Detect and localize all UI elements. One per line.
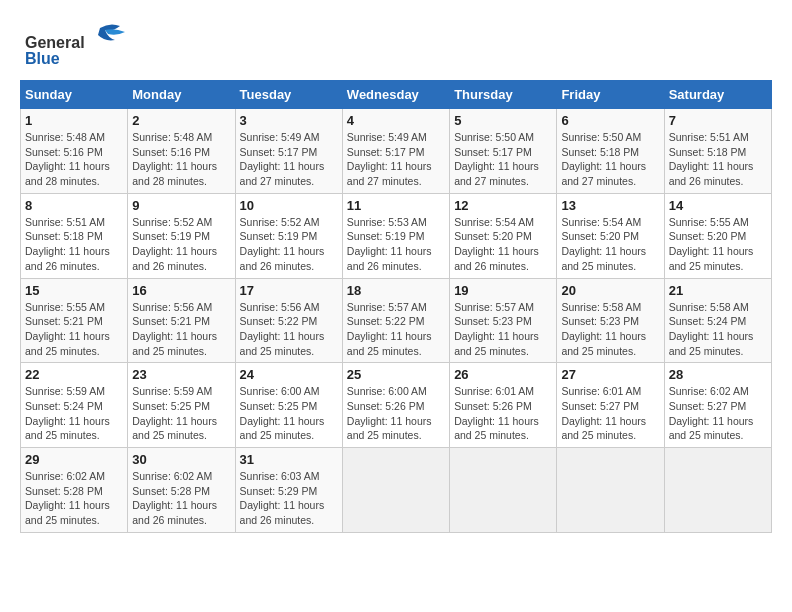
day-number: 16 bbox=[132, 283, 230, 298]
day-info: Sunrise: 5:58 AM Sunset: 5:24 PM Dayligh… bbox=[669, 300, 767, 359]
day-number: 10 bbox=[240, 198, 338, 213]
logo-svg: General Blue bbox=[20, 20, 130, 70]
day-number: 2 bbox=[132, 113, 230, 128]
day-info: Sunrise: 6:01 AM Sunset: 5:27 PM Dayligh… bbox=[561, 384, 659, 443]
logo: General Blue bbox=[20, 20, 130, 70]
calendar-day-cell: 25Sunrise: 6:00 AM Sunset: 5:26 PM Dayli… bbox=[342, 363, 449, 448]
day-number: 19 bbox=[454, 283, 552, 298]
day-info: Sunrise: 5:51 AM Sunset: 5:18 PM Dayligh… bbox=[25, 215, 123, 274]
day-number: 15 bbox=[25, 283, 123, 298]
day-info: Sunrise: 6:01 AM Sunset: 5:26 PM Dayligh… bbox=[454, 384, 552, 443]
calendar-day-cell: 23Sunrise: 5:59 AM Sunset: 5:25 PM Dayli… bbox=[128, 363, 235, 448]
day-info: Sunrise: 5:53 AM Sunset: 5:19 PM Dayligh… bbox=[347, 215, 445, 274]
day-info: Sunrise: 5:50 AM Sunset: 5:18 PM Dayligh… bbox=[561, 130, 659, 189]
day-info: Sunrise: 5:58 AM Sunset: 5:23 PM Dayligh… bbox=[561, 300, 659, 359]
calendar-day-cell: 1Sunrise: 5:48 AM Sunset: 5:16 PM Daylig… bbox=[21, 109, 128, 194]
page-header: General Blue bbox=[20, 20, 772, 70]
day-number: 4 bbox=[347, 113, 445, 128]
day-number: 5 bbox=[454, 113, 552, 128]
day-info: Sunrise: 6:02 AM Sunset: 5:28 PM Dayligh… bbox=[132, 469, 230, 528]
day-info: Sunrise: 5:51 AM Sunset: 5:18 PM Dayligh… bbox=[669, 130, 767, 189]
day-number: 24 bbox=[240, 367, 338, 382]
weekday-header-saturday: Saturday bbox=[664, 81, 771, 109]
day-info: Sunrise: 5:48 AM Sunset: 5:16 PM Dayligh… bbox=[25, 130, 123, 189]
calendar-week-row: 15Sunrise: 5:55 AM Sunset: 5:21 PM Dayli… bbox=[21, 278, 772, 363]
calendar-day-cell: 10Sunrise: 5:52 AM Sunset: 5:19 PM Dayli… bbox=[235, 193, 342, 278]
day-info: Sunrise: 5:52 AM Sunset: 5:19 PM Dayligh… bbox=[240, 215, 338, 274]
calendar-day-cell: 31Sunrise: 6:03 AM Sunset: 5:29 PM Dayli… bbox=[235, 448, 342, 533]
calendar-week-row: 8Sunrise: 5:51 AM Sunset: 5:18 PM Daylig… bbox=[21, 193, 772, 278]
day-number: 3 bbox=[240, 113, 338, 128]
calendar-day-cell: 18Sunrise: 5:57 AM Sunset: 5:22 PM Dayli… bbox=[342, 278, 449, 363]
day-info: Sunrise: 5:59 AM Sunset: 5:24 PM Dayligh… bbox=[25, 384, 123, 443]
calendar-day-cell: 12Sunrise: 5:54 AM Sunset: 5:20 PM Dayli… bbox=[450, 193, 557, 278]
calendar-day-cell: 24Sunrise: 6:00 AM Sunset: 5:25 PM Dayli… bbox=[235, 363, 342, 448]
day-number: 8 bbox=[25, 198, 123, 213]
day-info: Sunrise: 5:49 AM Sunset: 5:17 PM Dayligh… bbox=[240, 130, 338, 189]
day-number: 12 bbox=[454, 198, 552, 213]
day-info: Sunrise: 5:56 AM Sunset: 5:22 PM Dayligh… bbox=[240, 300, 338, 359]
day-info: Sunrise: 5:52 AM Sunset: 5:19 PM Dayligh… bbox=[132, 215, 230, 274]
day-number: 25 bbox=[347, 367, 445, 382]
calendar-day-cell: 9Sunrise: 5:52 AM Sunset: 5:19 PM Daylig… bbox=[128, 193, 235, 278]
weekday-header-friday: Friday bbox=[557, 81, 664, 109]
day-info: Sunrise: 5:50 AM Sunset: 5:17 PM Dayligh… bbox=[454, 130, 552, 189]
day-number: 1 bbox=[25, 113, 123, 128]
day-info: Sunrise: 6:02 AM Sunset: 5:28 PM Dayligh… bbox=[25, 469, 123, 528]
weekday-header-tuesday: Tuesday bbox=[235, 81, 342, 109]
day-number: 20 bbox=[561, 283, 659, 298]
calendar-day-cell: 30Sunrise: 6:02 AM Sunset: 5:28 PM Dayli… bbox=[128, 448, 235, 533]
day-info: Sunrise: 5:56 AM Sunset: 5:21 PM Dayligh… bbox=[132, 300, 230, 359]
day-number: 14 bbox=[669, 198, 767, 213]
calendar-day-cell: 5Sunrise: 5:50 AM Sunset: 5:17 PM Daylig… bbox=[450, 109, 557, 194]
calendar-day-cell bbox=[557, 448, 664, 533]
day-info: Sunrise: 6:03 AM Sunset: 5:29 PM Dayligh… bbox=[240, 469, 338, 528]
day-number: 6 bbox=[561, 113, 659, 128]
calendar-day-cell: 22Sunrise: 5:59 AM Sunset: 5:24 PM Dayli… bbox=[21, 363, 128, 448]
calendar-day-cell: 21Sunrise: 5:58 AM Sunset: 5:24 PM Dayli… bbox=[664, 278, 771, 363]
calendar-header-row: SundayMondayTuesdayWednesdayThursdayFrid… bbox=[21, 81, 772, 109]
calendar-day-cell: 7Sunrise: 5:51 AM Sunset: 5:18 PM Daylig… bbox=[664, 109, 771, 194]
svg-text:Blue: Blue bbox=[25, 50, 60, 67]
day-info: Sunrise: 6:00 AM Sunset: 5:26 PM Dayligh… bbox=[347, 384, 445, 443]
calendar-week-row: 29Sunrise: 6:02 AM Sunset: 5:28 PM Dayli… bbox=[21, 448, 772, 533]
day-info: Sunrise: 5:57 AM Sunset: 5:23 PM Dayligh… bbox=[454, 300, 552, 359]
day-info: Sunrise: 5:49 AM Sunset: 5:17 PM Dayligh… bbox=[347, 130, 445, 189]
day-number: 23 bbox=[132, 367, 230, 382]
calendar-week-row: 22Sunrise: 5:59 AM Sunset: 5:24 PM Dayli… bbox=[21, 363, 772, 448]
calendar-day-cell: 29Sunrise: 6:02 AM Sunset: 5:28 PM Dayli… bbox=[21, 448, 128, 533]
day-info: Sunrise: 5:55 AM Sunset: 5:21 PM Dayligh… bbox=[25, 300, 123, 359]
calendar-day-cell: 2Sunrise: 5:48 AM Sunset: 5:16 PM Daylig… bbox=[128, 109, 235, 194]
calendar-day-cell bbox=[664, 448, 771, 533]
day-info: Sunrise: 5:54 AM Sunset: 5:20 PM Dayligh… bbox=[454, 215, 552, 274]
calendar-week-row: 1Sunrise: 5:48 AM Sunset: 5:16 PM Daylig… bbox=[21, 109, 772, 194]
weekday-header-wednesday: Wednesday bbox=[342, 81, 449, 109]
calendar-day-cell: 19Sunrise: 5:57 AM Sunset: 5:23 PM Dayli… bbox=[450, 278, 557, 363]
day-number: 28 bbox=[669, 367, 767, 382]
calendar-table: SundayMondayTuesdayWednesdayThursdayFrid… bbox=[20, 80, 772, 533]
calendar-day-cell: 6Sunrise: 5:50 AM Sunset: 5:18 PM Daylig… bbox=[557, 109, 664, 194]
day-info: Sunrise: 5:59 AM Sunset: 5:25 PM Dayligh… bbox=[132, 384, 230, 443]
day-number: 29 bbox=[25, 452, 123, 467]
day-number: 27 bbox=[561, 367, 659, 382]
day-number: 9 bbox=[132, 198, 230, 213]
day-number: 13 bbox=[561, 198, 659, 213]
calendar-day-cell: 11Sunrise: 5:53 AM Sunset: 5:19 PM Dayli… bbox=[342, 193, 449, 278]
weekday-header-thursday: Thursday bbox=[450, 81, 557, 109]
day-number: 30 bbox=[132, 452, 230, 467]
day-number: 7 bbox=[669, 113, 767, 128]
day-number: 31 bbox=[240, 452, 338, 467]
day-info: Sunrise: 6:00 AM Sunset: 5:25 PM Dayligh… bbox=[240, 384, 338, 443]
day-number: 17 bbox=[240, 283, 338, 298]
calendar-day-cell: 14Sunrise: 5:55 AM Sunset: 5:20 PM Dayli… bbox=[664, 193, 771, 278]
calendar-day-cell: 3Sunrise: 5:49 AM Sunset: 5:17 PM Daylig… bbox=[235, 109, 342, 194]
day-info: Sunrise: 5:55 AM Sunset: 5:20 PM Dayligh… bbox=[669, 215, 767, 274]
calendar-day-cell: 15Sunrise: 5:55 AM Sunset: 5:21 PM Dayli… bbox=[21, 278, 128, 363]
calendar-day-cell: 4Sunrise: 5:49 AM Sunset: 5:17 PM Daylig… bbox=[342, 109, 449, 194]
calendar-day-cell bbox=[342, 448, 449, 533]
calendar-day-cell: 16Sunrise: 5:56 AM Sunset: 5:21 PM Dayli… bbox=[128, 278, 235, 363]
weekday-header-sunday: Sunday bbox=[21, 81, 128, 109]
weekday-header-monday: Monday bbox=[128, 81, 235, 109]
day-number: 26 bbox=[454, 367, 552, 382]
calendar-day-cell bbox=[450, 448, 557, 533]
